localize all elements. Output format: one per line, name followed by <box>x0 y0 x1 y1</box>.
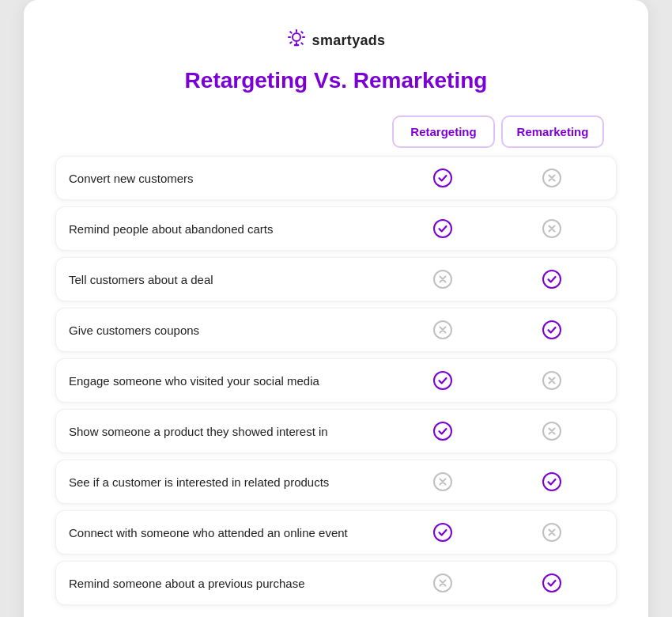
svg-point-24 <box>434 524 451 541</box>
row-label: Connect with someone who attended an onl… <box>69 526 391 539</box>
row-icons <box>391 269 603 290</box>
remarketing-icon-cell <box>500 421 603 441</box>
row-icons <box>391 421 603 441</box>
retargeting-icon-cell <box>391 421 494 441</box>
check-icon <box>432 421 453 441</box>
row-icons <box>391 573 603 593</box>
table-row: Remind someone about a previous purchase <box>55 561 617 605</box>
svg-line-4 <box>301 43 302 44</box>
retargeting-icon-cell <box>391 320 494 340</box>
svg-point-18 <box>434 372 451 389</box>
check-icon <box>432 522 453 543</box>
remarketing-icon-cell <box>500 320 603 340</box>
retargeting-icon-cell <box>391 218 494 239</box>
row-icons <box>391 218 603 239</box>
retargeting-icon-cell <box>391 370 494 391</box>
row-icons <box>391 320 603 340</box>
svg-point-20 <box>434 422 451 440</box>
remarketing-icon-cell <box>500 471 603 492</box>
remarketing-icon-cell <box>500 522 603 543</box>
svg-point-15 <box>543 271 561 288</box>
table-row: Tell customers about a deal <box>55 257 617 301</box>
col-retargeting: Retargeting <box>392 115 495 148</box>
table-row: See if a customer is interested in relat… <box>55 460 617 504</box>
main-card: smartyads Retargeting Vs. Remarketing Re… <box>24 0 648 617</box>
row-icons <box>391 522 603 543</box>
svg-point-10 <box>434 169 451 187</box>
check-icon <box>542 573 562 593</box>
cross-icon <box>542 522 562 543</box>
check-icon <box>432 370 453 391</box>
cross-icon <box>542 421 562 441</box>
table-row: Remind people about abandoned carts <box>55 206 617 251</box>
row-icons <box>391 168 603 188</box>
check-icon <box>542 269 562 290</box>
row-label: Remind people about abandoned carts <box>69 222 391 236</box>
svg-point-27 <box>543 574 561 592</box>
remarketing-icon-cell <box>500 218 603 239</box>
row-label: Engage someone who visited your social m… <box>69 374 391 388</box>
page-title: Retargeting Vs. Remarketing <box>55 68 617 93</box>
remarketing-icon-cell <box>500 168 603 188</box>
check-icon <box>542 471 562 492</box>
cross-icon <box>542 370 562 391</box>
logo-text: smartyads <box>312 32 386 49</box>
remarketing-icon-cell <box>500 573 603 593</box>
cross-icon <box>542 218 562 239</box>
table-row: Give customers coupons <box>55 308 617 352</box>
svg-line-3 <box>290 32 291 32</box>
svg-line-7 <box>290 42 291 43</box>
table-row: Convert new customers <box>55 156 617 200</box>
remarketing-icon-cell <box>500 269 603 290</box>
check-icon <box>432 168 453 188</box>
svg-point-23 <box>543 473 561 490</box>
logo-area: smartyads <box>55 28 617 52</box>
retargeting-icon-cell <box>391 522 494 543</box>
svg-point-17 <box>543 321 561 339</box>
row-label: Tell customers about a deal <box>69 273 391 286</box>
cross-icon <box>432 269 453 290</box>
row-label: See if a customer is interested in relat… <box>69 475 391 489</box>
table-row: Show someone a product they showed inter… <box>55 409 617 453</box>
cross-icon <box>432 320 453 340</box>
retargeting-icon-cell <box>391 168 494 188</box>
table-header: Retargeting Remarketing <box>55 115 617 148</box>
remarketing-icon-cell <box>500 370 603 391</box>
header-cols: Retargeting Remarketing <box>392 115 604 148</box>
cross-icon <box>432 573 453 593</box>
row-label: Remind someone about a previous purchase <box>69 577 391 590</box>
logo-icon <box>287 28 306 52</box>
row-label: Convert new customers <box>69 172 391 185</box>
cross-icon <box>542 168 562 188</box>
cross-icon <box>432 471 453 492</box>
row-label: Show someone a product they showed inter… <box>69 425 391 438</box>
svg-point-0 <box>293 33 300 41</box>
col-remarketing: Remarketing <box>501 115 604 148</box>
retargeting-icon-cell <box>391 269 494 290</box>
retargeting-icon-cell <box>391 471 494 492</box>
table-row: Connect with someone who attended an onl… <box>55 510 617 555</box>
row-label: Give customers coupons <box>69 324 391 337</box>
rows-container: Convert new customers Remind people abou… <box>55 156 617 605</box>
svg-point-12 <box>434 220 451 237</box>
svg-line-8 <box>301 32 302 32</box>
row-icons <box>391 471 603 492</box>
retargeting-icon-cell <box>391 573 494 593</box>
table-row: Engage someone who visited your social m… <box>55 358 617 403</box>
check-icon <box>432 218 453 239</box>
row-icons <box>391 370 603 391</box>
check-icon <box>542 320 562 340</box>
